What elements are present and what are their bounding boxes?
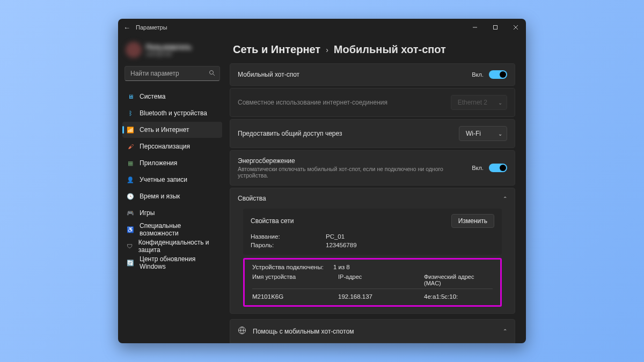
devices-connected-highlight: Устройства подключены: 1 из 8 Имя устрой…	[243, 258, 502, 307]
nav-label: Специальные возможности	[140, 222, 218, 237]
table-row: M2101K6G192.168.1374e:a1:5c:10:	[252, 289, 493, 300]
sidebar-item-5[interactable]: 👤Учетные записи	[122, 172, 222, 188]
properties-header[interactable]: Свойства ⌃	[230, 188, 515, 209]
account-block[interactable]: Пользователь user@mail	[126, 40, 219, 60]
help-header[interactable]: Помощь с мобильным хот-спотом ⌃	[230, 320, 515, 343]
svg-rect-1	[494, 26, 497, 29]
share-over-dropdown[interactable]: Wi-Fi ⌄	[459, 126, 507, 141]
power-saving-card: Энергосбережение Автоматически отключать…	[230, 150, 515, 186]
sidebar-item-0[interactable]: 🖥Система	[122, 88, 222, 105]
account-mail: user@mail	[146, 51, 192, 57]
search-input[interactable]	[130, 70, 206, 77]
sidebar-item-9[interactable]: 🛡Конфиденциальность и защита	[122, 238, 222, 254]
settings-window: ← Параметры Пользователь user@mail	[118, 19, 526, 343]
edit-button[interactable]: Изменить	[451, 214, 494, 228]
net-props-title: Свойства сети	[251, 217, 294, 225]
power-sub: Автоматически отключать мобильный хот-сп…	[238, 166, 472, 179]
sidebar-item-1[interactable]: ᛒBluetooth и устройства	[122, 105, 222, 121]
nav-label: Персонализация	[140, 143, 190, 150]
nav-label: Центр обновления Windows	[140, 255, 218, 270]
devices-head-value: 1 из 8	[333, 264, 350, 270]
search-box[interactable]	[125, 66, 220, 81]
breadcrumb-parent[interactable]: Сеть и Интернет	[233, 43, 320, 56]
maximize-button[interactable]	[485, 19, 506, 36]
sidebar-item-6[interactable]: 🕓Время и язык	[122, 188, 222, 204]
svg-point-4	[210, 70, 214, 74]
hotspot-state: Вкл.	[472, 71, 484, 78]
titlebar: ← Параметры	[118, 19, 526, 36]
power-title: Энергосбережение	[238, 157, 472, 165]
nav-label: Конфиденциальность и защита	[138, 239, 218, 254]
share-from-label: Совместное использование интернет-соедин…	[238, 99, 387, 106]
avatar	[126, 42, 142, 58]
close-button[interactable]	[506, 19, 526, 36]
window-title: Параметры	[136, 24, 167, 31]
nav-icon: 🕓	[127, 193, 134, 200]
nav-label: Система	[140, 93, 165, 100]
search-icon	[209, 70, 215, 78]
chevron-right-icon: ›	[326, 46, 328, 54]
breadcrumb: Сеть и Интернет › Мобильный хот-спот	[233, 43, 515, 56]
nav-icon: 👤	[127, 176, 134, 183]
nav-icon: 🖌	[127, 143, 134, 150]
sidebar-item-10[interactable]: 🔄Центр обновления Windows	[122, 255, 222, 271]
network-properties: Свойства сети Изменить Название:PC_01 Па…	[243, 209, 502, 255]
nav-list: 🖥СистемаᛒBluetooth и устройства📶Сеть и И…	[122, 88, 222, 271]
help-link[interactable]: Настройка мобильного хот-спота	[230, 343, 515, 343]
chevron-up-icon: ⌃	[503, 328, 507, 334]
nav-icon: ᛒ	[127, 109, 134, 117]
sidebar-item-8[interactable]: ♿Специальные возможности	[122, 221, 222, 238]
devices-table: Имя устройства IP-адрес Физический адрес…	[252, 274, 493, 300]
share-over-label: Предоставить общий доступ через	[238, 130, 342, 137]
power-state: Вкл.	[472, 165, 484, 171]
nav-label: Учетные записи	[140, 176, 187, 183]
sidebar-item-4[interactable]: ▦Приложения	[122, 155, 222, 171]
sidebar-item-3[interactable]: 🖌Персонализация	[122, 138, 222, 154]
nav-icon: ♿	[127, 226, 134, 233]
properties-expander: Свойства ⌃ Свойства сети Изменить Назван…	[230, 188, 515, 314]
chevron-up-icon: ⌃	[503, 196, 507, 202]
nav-icon: ▦	[127, 159, 134, 167]
sidebar-item-2[interactable]: 📶Сеть и Интернет	[122, 122, 222, 138]
hotspot-toggle[interactable]	[489, 70, 507, 79]
main-content: Сеть и Интернет › Мобильный хот-спот Моб…	[225, 36, 526, 343]
globe-icon	[238, 326, 246, 336]
chevron-down-icon: ⌄	[498, 131, 502, 137]
account-name: Пользователь	[146, 43, 192, 51]
nav-label: Приложения	[140, 159, 177, 167]
nav-label: Время и язык	[140, 193, 180, 200]
nav-icon: 🛡	[127, 242, 133, 250]
breadcrumb-current: Мобильный хот-спот	[334, 43, 446, 56]
power-toggle[interactable]	[489, 164, 507, 172]
share-from-card: Совместное использование интернет-соедин…	[230, 88, 515, 117]
share-from-dropdown[interactable]: Ethernet 2 ⌄	[451, 95, 507, 110]
nav-icon: 🎮	[127, 209, 134, 217]
nav-icon: 🖥	[127, 93, 134, 100]
share-over-card: Предоставить общий доступ через Wi-Fi ⌄	[230, 119, 515, 148]
devices-head-label: Устройства подключены:	[252, 264, 324, 270]
nav-label: Игры	[140, 209, 155, 217]
back-button[interactable]: ←	[123, 24, 130, 32]
svg-line-5	[213, 74, 215, 76]
chevron-down-icon: ⌄	[498, 100, 502, 106]
sidebar: Пользователь user@mail 🖥СистемаᛒBluetoot…	[118, 36, 225, 343]
nav-icon: 🔄	[127, 259, 134, 267]
nav-label: Bluetooth и устройства	[140, 109, 207, 117]
minimize-button[interactable]	[465, 19, 485, 36]
nav-label: Сеть и Интернет	[140, 126, 189, 134]
help-card: Помощь с мобильным хот-спотом ⌃ Настройк…	[230, 319, 515, 343]
window-controls	[465, 19, 526, 36]
hotspot-title: Мобильный хот-спот	[238, 71, 299, 78]
sidebar-item-7[interactable]: 🎮Игры	[122, 205, 222, 221]
hotspot-toggle-card: Мобильный хот-спот Вкл.	[230, 63, 515, 86]
nav-icon: 📶	[127, 126, 134, 134]
